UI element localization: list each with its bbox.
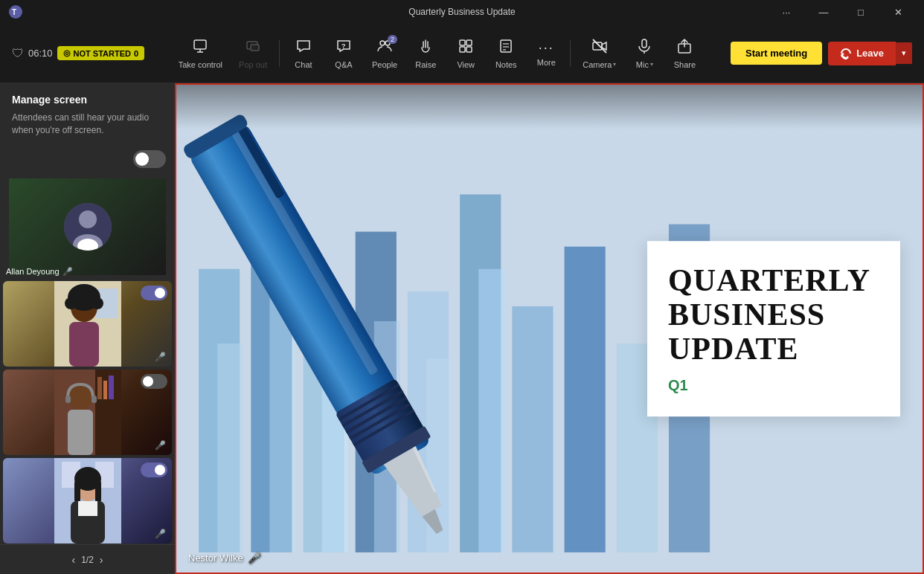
recording-label: NOT STARTED	[74, 49, 131, 58]
participant-4-toggle[interactable]	[141, 462, 167, 477]
participant-3-toggle-row	[141, 374, 167, 389]
svg-rect-36	[97, 377, 102, 399]
title-bar-left: T	[9, 5, 22, 19]
main-participant-toggle[interactable]	[133, 150, 166, 168]
leave-chevron-button[interactable]: ▾	[896, 42, 912, 64]
chat-button[interactable]: Chat	[284, 33, 323, 74]
record-eye-icon: ◎	[63, 48, 71, 58]
svg-rect-38	[109, 375, 114, 399]
svg-rect-10	[460, 40, 465, 45]
start-meeting-button[interactable]: Start meeting	[731, 42, 822, 65]
left-panel: Manage screen Attendees can still hear y…	[0, 83, 175, 574]
toolbar-items: Take control Pop out Chat ? Q&A	[156, 33, 719, 74]
participant-2-mic-icon: 🎤	[155, 352, 166, 362]
take-control-button[interactable]: Take control	[171, 33, 230, 74]
pop-out-button[interactable]: Pop out	[231, 33, 275, 74]
svg-rect-49	[74, 480, 80, 503]
next-page-button[interactable]: ›	[100, 554, 103, 566]
title-bar-ellipsis[interactable]: ···	[769, 0, 803, 24]
notes-button[interactable]: Notes	[487, 33, 525, 74]
video-area: QUARTERLY BUSINESS UPDATE Q1 Nestor Wilk…	[175, 83, 924, 574]
qa-label: Q&A	[335, 60, 352, 69]
shield-icon: 🛡	[12, 47, 24, 60]
share-button[interactable]: Share	[665, 33, 704, 74]
teams-logo-icon: T	[9, 5, 22, 19]
leave-button[interactable]: Leave	[828, 42, 896, 65]
svg-point-8	[380, 41, 385, 45]
people-button[interactable]: 2 People	[365, 33, 405, 74]
more-label: More	[537, 58, 556, 67]
manage-screen-title: Manage screen	[0, 83, 175, 112]
slide-title: QUARTERLY BUSINESS UPDATE	[668, 263, 879, 367]
camera-button[interactable]: Camera ▾	[575, 33, 623, 74]
participant-mic-icon: 🎤	[62, 267, 73, 277]
people-label: People	[372, 60, 397, 69]
svg-point-31	[65, 297, 77, 309]
pop-out-icon	[245, 38, 261, 58]
participant-2-toggle-knob	[155, 288, 165, 298]
svg-rect-40	[65, 396, 71, 403]
title-bar-controls: ··· — □ ✕	[769, 0, 915, 24]
camera-label: Camera	[583, 60, 612, 69]
pen-illustration-svg	[176, 85, 639, 573]
view-icon	[458, 38, 474, 58]
svg-line-18	[593, 39, 606, 53]
recording-count: 0	[134, 49, 138, 58]
participants-list: 🎤	[0, 281, 175, 544]
participant-card-4: 🎤	[3, 458, 172, 544]
svg-point-39	[68, 386, 92, 410]
slide-card: QUARTERLY BUSINESS UPDATE Q1	[647, 241, 900, 416]
svg-text:T: T	[12, 8, 16, 16]
close-button[interactable]: ✕	[881, 0, 915, 24]
presenter-name-label: Nestor Wilke 🎤	[188, 552, 260, 564]
prev-page-button[interactable]: ‹	[71, 554, 75, 566]
share-label: Share	[674, 60, 696, 69]
qa-button[interactable]: ? Q&A	[324, 33, 363, 74]
participant-2-toggle-row	[141, 286, 167, 300]
raise-label: Raise	[415, 60, 436, 69]
people-icon: 2	[376, 38, 393, 58]
maximize-button[interactable]: □	[844, 0, 878, 24]
participant-2-toggle[interactable]	[141, 286, 167, 300]
chat-label: Chat	[295, 60, 312, 69]
svg-text:?: ?	[341, 42, 346, 50]
manage-screen-description: Attendees can still hear your audio when…	[0, 112, 175, 146]
participant-2-silhouette	[54, 281, 121, 367]
leave-button-group: Leave ▾	[828, 42, 912, 65]
video-content: QUARTERLY BUSINESS UPDATE Q1 Nestor Wilk…	[176, 85, 923, 573]
view-button[interactable]: View	[446, 33, 485, 74]
mic-icon	[636, 38, 652, 58]
camera-icon	[591, 38, 608, 58]
take-control-icon	[192, 38, 208, 58]
more-button[interactable]: ··· More	[527, 36, 565, 71]
participant-4-toggle-knob	[155, 465, 165, 475]
page-indicator: 1/2	[81, 555, 94, 565]
mic-button[interactable]: Mic ▾	[625, 33, 664, 74]
panel-footer: ‹ 1/2 ›	[0, 544, 175, 574]
avatar-silhouette	[64, 203, 112, 251]
main-participant-video	[9, 178, 166, 275]
divider-1	[279, 40, 280, 67]
toggle-knob	[135, 152, 149, 166]
minimize-button[interactable]: —	[806, 0, 841, 24]
participant-3-toggle[interactable]	[141, 374, 167, 389]
view-label: View	[457, 60, 475, 69]
participant-card-2: 🎤	[3, 281, 172, 367]
meeting-timer: 06:10	[28, 48, 53, 59]
camera-chevron-icon: ▾	[613, 61, 616, 68]
main-participant-toggle-row	[0, 146, 175, 172]
raise-button[interactable]: Raise	[406, 33, 445, 74]
leave-phone-icon	[840, 48, 852, 59]
notes-label: Notes	[495, 60, 517, 69]
participant-3-toggle-knob	[143, 376, 153, 387]
participant-4-toggle-row	[141, 462, 167, 477]
qa-icon: ?	[336, 38, 352, 58]
main-participant-card: Allan Deyoung 🎤	[0, 172, 175, 281]
recording-badge[interactable]: ◎ NOT STARTED 0	[57, 46, 145, 60]
participant-3-silhouette	[54, 370, 121, 455]
toolbar: 🛡 06:10 ◎ NOT STARTED 0 Take control Pop…	[0, 24, 924, 83]
presentation-slide: QUARTERLY BUSINESS UPDATE Q1	[176, 85, 923, 573]
participant-4-mic-icon: 🎤	[155, 529, 166, 539]
slide-subtitle: Q1	[668, 377, 879, 394]
svg-rect-41	[92, 396, 97, 403]
